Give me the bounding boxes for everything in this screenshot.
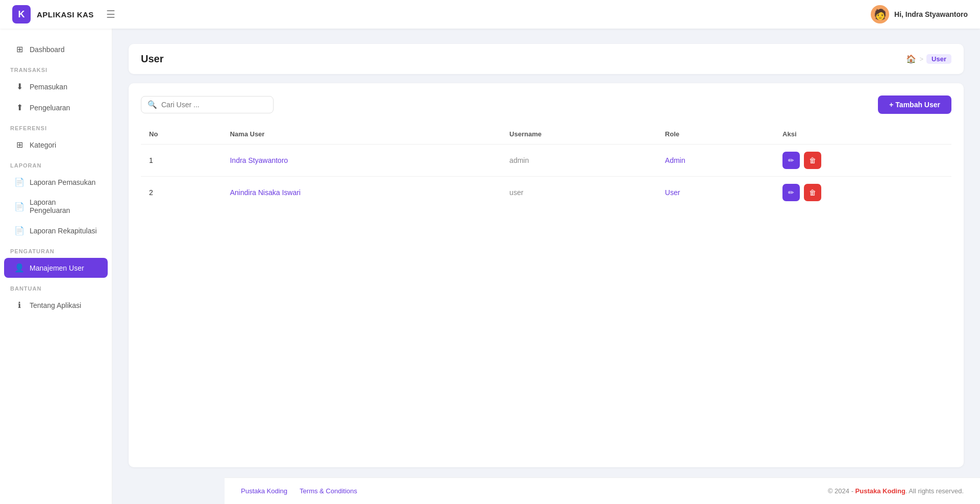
main-content: User 🏠 > User 🔍 + Tambah User bbox=[112, 29, 980, 477]
cell-username: admin bbox=[501, 145, 657, 177]
sidebar-item-laporan-rekapitulasi[interactable]: 📄 Laporan Rekapitulasi bbox=[4, 221, 108, 241]
sidebar-item-label: Laporan Pemasukan bbox=[30, 178, 95, 186]
footer-copyright: © 2024 - Pustaka Koding. All rights rese… bbox=[828, 487, 964, 495]
breadcrumb-current: User bbox=[926, 54, 951, 64]
cell-role: User bbox=[657, 177, 774, 209]
search-box[interactable]: 🔍 bbox=[141, 96, 274, 113]
table-header: No Nama User Username Role Aksi bbox=[141, 124, 951, 145]
laporan-pemasukan-icon: 📄 bbox=[14, 177, 24, 187]
footer: Pustaka Koding Terms & Conditions © 2024… bbox=[225, 477, 980, 504]
cell-nama: Anindira Nisaka Iswari bbox=[222, 177, 501, 209]
sidebar: ⊞ Dashboard TRANSAKSI ⬇ Pemasukan ⬆ Peng… bbox=[0, 29, 112, 504]
user-card: 🔍 + Tambah User No Nama User Username Ro… bbox=[129, 83, 964, 467]
sidebar-item-label: Pengeluaran bbox=[30, 104, 70, 112]
laporan-pengeluaran-icon: 📄 bbox=[14, 202, 24, 211]
sidebar-item-label: Laporan Rekapitulasi bbox=[30, 227, 97, 235]
top-navigation: K APLIKASI KAS ☰ 🧑 Hi, Indra Styawantoro bbox=[0, 0, 980, 29]
pemasukan-icon: ⬇ bbox=[14, 82, 24, 91]
app-logo: K bbox=[12, 5, 31, 23]
sidebar-item-kategori[interactable]: ⊞ Kategori bbox=[4, 135, 108, 155]
home-icon: 🏠 bbox=[906, 54, 916, 64]
section-transaksi: TRANSAKSI bbox=[0, 60, 112, 76]
sidebar-item-tentang-aplikasi[interactable]: ℹ Tentang Aplikasi bbox=[4, 295, 108, 315]
users-table: No Nama User Username Role Aksi 1 Indra … bbox=[141, 124, 951, 208]
col-nama: Nama User bbox=[222, 124, 501, 145]
toolbar: 🔍 + Tambah User bbox=[141, 95, 951, 114]
topnav-right: 🧑 Hi, Indra Styawantoro bbox=[871, 5, 968, 23]
topnav-left: K APLIKASI KAS ☰ bbox=[12, 5, 115, 23]
action-buttons: ✏ 🗑 bbox=[782, 184, 943, 201]
sidebar-item-label: Laporan Pengeluaran bbox=[30, 198, 97, 214]
main-layout: ⊞ Dashboard TRANSAKSI ⬇ Pemasukan ⬆ Peng… bbox=[0, 29, 980, 504]
cell-aksi: ✏ 🗑 bbox=[774, 177, 951, 209]
kategori-icon: ⊞ bbox=[14, 140, 24, 150]
page-header: User 🏠 > User bbox=[129, 44, 964, 74]
table-header-row: No Nama User Username Role Aksi bbox=[141, 124, 951, 145]
footer-link-pustaka[interactable]: Pustaka Koding bbox=[241, 487, 287, 495]
col-no: No bbox=[141, 124, 222, 145]
section-laporan: LAPORAN bbox=[0, 155, 112, 172]
sidebar-item-label: Pemasukan bbox=[30, 83, 67, 91]
section-referensi: REFERENSI bbox=[0, 118, 112, 134]
cell-role: Admin bbox=[657, 145, 774, 177]
page-title: User bbox=[141, 53, 163, 65]
col-role: Role bbox=[657, 124, 774, 145]
search-icon: 🔍 bbox=[148, 100, 157, 109]
col-username: Username bbox=[501, 124, 657, 145]
cell-username: user bbox=[501, 177, 657, 209]
edit-button[interactable]: ✏ bbox=[782, 152, 800, 169]
footer-link-terms[interactable]: Terms & Conditions bbox=[300, 487, 357, 495]
sidebar-item-laporan-pemasukan[interactable]: 📄 Laporan Pemasukan bbox=[4, 172, 108, 192]
edit-button[interactable]: ✏ bbox=[782, 184, 800, 201]
footer-links: Pustaka Koding Terms & Conditions bbox=[241, 487, 357, 495]
sidebar-item-label: Manajemen User bbox=[30, 264, 84, 272]
cell-aksi: ✏ 🗑 bbox=[774, 145, 951, 177]
content-area: User 🏠 > User 🔍 + Tambah User bbox=[112, 29, 980, 504]
sidebar-item-label: Dashboard bbox=[30, 45, 65, 54]
tentang-icon: ℹ bbox=[14, 300, 24, 310]
action-buttons: ✏ 🗑 bbox=[782, 152, 943, 169]
cell-nama: Indra Styawantoro bbox=[222, 145, 501, 177]
section-bantuan: BANTUAN bbox=[0, 278, 112, 295]
app-name: APLIKASI KAS bbox=[37, 10, 94, 19]
cell-no: 2 bbox=[141, 177, 222, 209]
table-body: 1 Indra Styawantoro admin Admin ✏ 🗑 2 An… bbox=[141, 145, 951, 209]
sidebar-item-dashboard[interactable]: ⊞ Dashboard bbox=[4, 39, 108, 59]
breadcrumb-separator: > bbox=[919, 55, 923, 63]
sidebar-item-pemasukan[interactable]: ⬇ Pemasukan bbox=[4, 77, 108, 97]
delete-button[interactable]: 🗑 bbox=[804, 152, 821, 169]
breadcrumb: 🏠 > User bbox=[906, 54, 951, 64]
dashboard-icon: ⊞ bbox=[14, 44, 24, 54]
add-user-button[interactable]: + Tambah User bbox=[878, 95, 951, 114]
delete-button[interactable]: 🗑 bbox=[804, 184, 821, 201]
table-row: 1 Indra Styawantoro admin Admin ✏ 🗑 bbox=[141, 145, 951, 177]
pengeluaran-icon: ⬆ bbox=[14, 103, 24, 112]
section-pengaturan: PENGATURAN bbox=[0, 241, 112, 257]
sidebar-item-manajemen-user[interactable]: 👤 Manajemen User bbox=[4, 258, 108, 278]
search-input[interactable] bbox=[161, 101, 267, 109]
sidebar-item-label: Tentang Aplikasi bbox=[30, 301, 81, 309]
table-row: 2 Anindira Nisaka Iswari user User ✏ 🗑 bbox=[141, 177, 951, 209]
sidebar-item-pengeluaran[interactable]: ⬆ Pengeluaran bbox=[4, 98, 108, 117]
hamburger-menu[interactable]: ☰ bbox=[106, 8, 115, 20]
sidebar-item-laporan-pengeluaran[interactable]: 📄 Laporan Pengeluaran bbox=[4, 193, 108, 220]
avatar: 🧑 bbox=[871, 5, 889, 23]
user-greeting: Hi, Indra Styawantoro bbox=[894, 10, 968, 18]
laporan-rekapitulasi-icon: 📄 bbox=[14, 226, 24, 235]
cell-no: 1 bbox=[141, 145, 222, 177]
col-aksi: Aksi bbox=[774, 124, 951, 145]
manajemen-user-icon: 👤 bbox=[14, 263, 24, 273]
sidebar-item-label: Kategori bbox=[30, 141, 56, 149]
